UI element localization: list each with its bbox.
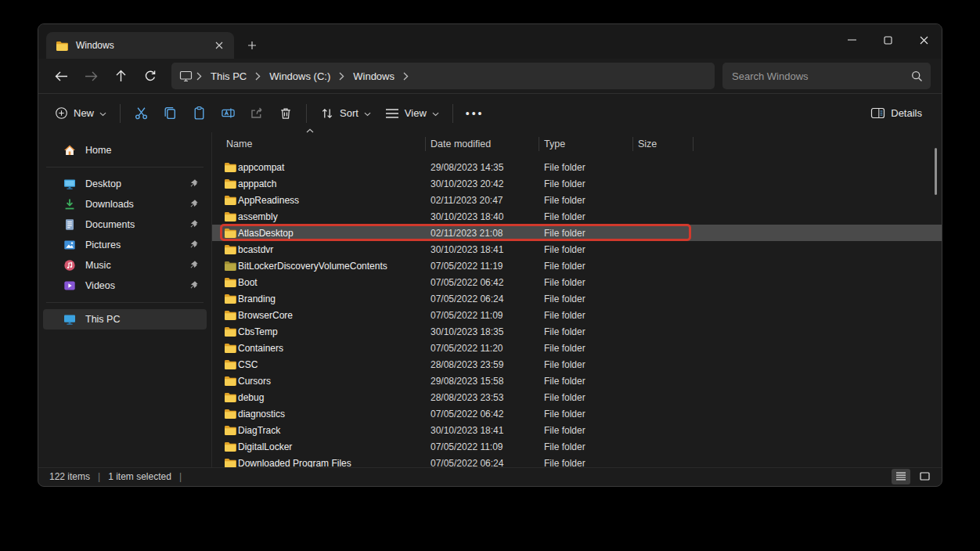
new-tab-button[interactable] [240,34,264,57]
file-row-atlasdesktop[interactable]: AtlasDesktop02/11/2023 21:08File folder [212,225,942,241]
pin-icon [189,280,199,290]
breadcrumb-segment[interactable]: Windows [348,68,399,85]
sidebar-item-label: Music [85,260,111,271]
chevron-down-icon [99,112,106,117]
minimize-button[interactable] [834,24,870,56]
back-button[interactable] [46,63,76,89]
file-row-bcastdvr[interactable]: bcastdvr30/10/2023 18:41File folder [212,241,942,257]
file-date-modified: 07/05/2022 11:19 [426,261,539,272]
file-list-area: Name Date modified Type Size appcompat29… [212,132,942,467]
sidebar-divider [46,167,204,167]
pin-icon [189,219,199,229]
file-row-boot[interactable]: Boot07/05/2022 06:42File folder [212,274,942,290]
cut-button[interactable] [127,100,156,126]
breadcrumb-chevron-icon[interactable] [251,72,265,81]
file-row-csc[interactable]: CSC28/08/2023 23:59File folder [212,356,942,373]
close-button[interactable] [906,24,942,56]
forward-button[interactable] [76,63,106,89]
refresh-button[interactable] [135,63,165,89]
file-name: BrowserCore [238,310,426,321]
tab-close-button[interactable] [211,37,228,54]
sidebar-item-label: Documents [85,219,135,230]
sidebar-item-home[interactable]: Home [43,140,207,160]
file-date-modified: 28/08/2023 23:53 [426,392,539,403]
view-button[interactable]: View [378,102,446,124]
paste-icon [192,106,207,121]
copy-button[interactable] [156,100,185,126]
file-row-digitallocker[interactable]: DigitalLocker07/05/2022 11:09File folder [212,438,942,455]
file-type: File folder [539,261,633,272]
rename-button[interactable] [214,100,243,126]
file-row-branding[interactable]: Branding07/05/2022 06:24File folder [212,290,942,307]
see-more-button[interactable]: ••• [459,107,491,120]
sort-icon [320,106,334,121]
column-header-date-modified[interactable]: Date modified [426,137,539,151]
search-icon[interactable] [911,70,923,82]
sidebar-item-pictures[interactable]: Pictures [43,235,207,255]
column-header-name[interactable]: Name [212,137,426,151]
file-list: appcompat29/08/2023 14:35File folderappp… [212,156,942,467]
delete-button[interactable] [272,101,300,126]
file-row-downloaded-program-files[interactable]: Downloaded Program Files07/05/2022 06:24… [212,455,942,467]
details-label: Details [891,107,922,119]
file-row-diagtrack[interactable]: DiagTrack30/10/2023 18:41File folder [212,422,942,438]
file-row-diagnostics[interactable]: diagnostics07/05/2022 06:42File folder [212,405,942,422]
file-name: CbsTemp [238,326,426,337]
file-date-modified: 07/05/2022 06:42 [426,277,539,288]
sort-ascending-icon [306,128,314,133]
sidebar-item-documents[interactable]: Documents [43,214,207,235]
new-button[interactable]: New [48,101,113,125]
file-type: File folder [539,178,633,189]
sidebar-item-music[interactable]: Music [43,255,207,276]
sidebar-item-desktop[interactable]: Desktop [43,174,207,194]
file-row-bitlockerdiscoveryvolumecontents[interactable]: BitLockerDiscoveryVolumeContents07/05/20… [212,257,942,274]
sort-button[interactable]: Sort [313,101,378,126]
file-name: bcastdvr [238,244,426,255]
file-row-debug[interactable]: debug28/08/2023 23:53File folder [212,389,942,405]
file-row-appcompat[interactable]: appcompat29/08/2023 14:35File folder [212,159,942,175]
file-row-assembly[interactable]: assembly30/10/2023 18:40File folder [212,208,942,225]
sidebar-item-this-pc[interactable]: This PC [43,309,207,330]
column-header-type[interactable]: Type [539,137,633,151]
file-date-modified: 07/05/2022 06:24 [426,458,539,468]
file-row-appreadiness[interactable]: AppReadiness02/11/2023 20:47File folder [212,192,942,208]
desktop-icon [63,178,76,190]
breadcrumb-segment[interactable]: Windows (C:) [265,68,335,85]
details-view-toggle[interactable] [892,469,910,484]
column-header-size[interactable]: Size [633,137,694,151]
sidebar-item-downloads[interactable]: Downloads [43,194,207,214]
sidebar-item-videos[interactable]: Videos [43,276,207,296]
sidebar-item-label: Videos [85,280,115,291]
breadcrumb-segment[interactable]: This PC [206,68,251,85]
search-input[interactable] [732,70,911,82]
explorer-tab[interactable]: Windows [46,32,234,59]
search-box[interactable] [722,63,931,89]
file-row-apppatch[interactable]: apppatch30/10/2023 20:42File folder [212,175,942,192]
breadcrumb-chevron-icon[interactable] [335,72,348,81]
folder-icon [224,178,238,189]
file-row-cursors[interactable]: Cursors29/08/2023 15:58File folder [212,373,942,389]
breadcrumb-chevron-icon[interactable] [399,72,413,81]
maximize-button[interactable] [870,24,906,56]
file-name: CSC [238,359,426,370]
up-button[interactable] [106,63,135,89]
copy-icon [163,106,178,121]
file-type: File folder [539,228,633,239]
paste-button[interactable] [185,100,214,126]
file-type: File folder [539,277,633,288]
file-type: File folder [539,343,633,354]
file-name: appcompat [238,162,426,173]
toolbar-separator [452,104,453,123]
home-icon [63,144,76,157]
file-row-cbstemp[interactable]: CbsTemp30/10/2023 18:35File folder [212,323,942,340]
file-type: File folder [539,409,633,420]
details-button[interactable]: Details [863,101,929,125]
sort-label: Sort [340,107,358,119]
share-button[interactable] [243,100,272,126]
breadcrumb-chevron-icon[interactable] [193,72,206,81]
file-row-browsercore[interactable]: BrowserCore07/05/2022 11:09File folder [212,307,942,323]
thumbnail-view-toggle[interactable] [915,469,934,484]
vertical-scrollbar[interactable] [935,148,937,195]
file-row-containers[interactable]: Containers07/05/2022 11:20File folder [212,340,942,356]
file-date-modified: 02/11/2023 20:47 [426,195,539,206]
